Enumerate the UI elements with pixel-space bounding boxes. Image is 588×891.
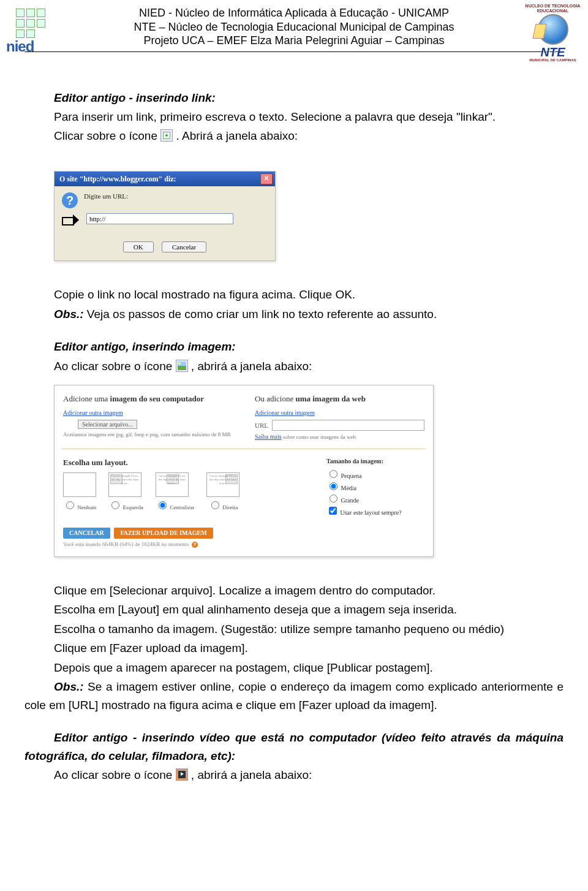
obs-text: Veja os passos de como criar um link no … — [84, 308, 437, 320]
after2-p1: Clique em [Selecionar arquivo]. Localize… — [24, 582, 564, 599]
layout-thumb-center: I never thought I'd see the day when the… — [156, 472, 189, 497]
section3-p1: Ao clicar sobre o ícone , abrirá a janel… — [24, 766, 564, 784]
image-url-input[interactable] — [272, 420, 424, 431]
add-another-image-link[interactable]: Adicionar outra imagem — [63, 409, 123, 416]
nte-logo-word: NTE — [524, 46, 582, 58]
url-input[interactable] — [86, 213, 233, 224]
size-small[interactable]: Pequena — [326, 468, 424, 479]
info-icon: ? — [192, 542, 198, 548]
section2-p1: Ao clicar sobre o ícone , abrirá a janel… — [24, 357, 564, 375]
url-prompt-dialog: O site "http://www.blogger.com" diz: × ?… — [54, 171, 276, 261]
arrow-right-icon — [62, 214, 80, 226]
obs-label: Obs.: — [54, 308, 84, 320]
size-radio-medium[interactable] — [330, 482, 337, 490]
nte-logo: NUCLEO DE TECNOLOGIA EDUCACIONAL NTE MUN… — [524, 4, 582, 62]
after2-p2: Escolha em [Layout] em qual alinhamento … — [24, 601, 564, 618]
accepted-formats-note: Aceitamos imagens em jpg, gif, bmp e png… — [63, 431, 233, 438]
always-use-layout-checkbox[interactable] — [329, 507, 337, 515]
after1-obs: Obs.: Veja os passos de como criar um li… — [24, 305, 564, 323]
question-icon: ? — [62, 192, 78, 208]
image-toolbar-icon — [176, 360, 188, 372]
upload-from-web: Ou adicione uma imagem da web Adicionar … — [255, 394, 424, 440]
cancel-button[interactable]: Cancelar — [162, 241, 206, 252]
after2-p3: Escolha o tamanho da imagem. (Sugestão: … — [24, 620, 564, 638]
section-title-link: Editor antigo - inserindo link: — [24, 89, 564, 107]
layout-none[interactable]: Nenhum — [63, 472, 96, 510]
size-medium[interactable]: Média — [326, 480, 424, 491]
after2-obs: Obs.: Se a imagem estiver online, copie … — [24, 678, 564, 714]
nte-logo-sub: MUNICIPAL DE CAMPINAS — [524, 58, 582, 62]
layout-radio-center[interactable] — [159, 501, 167, 509]
nied-logo-squares — [16, 9, 55, 38]
always-use-layout[interactable]: Usar este layout sempre? — [326, 505, 424, 517]
text: , abrirá a janela abaixo: — [191, 768, 312, 781]
size-radio-large[interactable] — [330, 495, 337, 502]
text: . Abrirá a janela abaixo: — [176, 129, 298, 142]
obs-text: Se a imagem estiver online, copie o ende… — [24, 680, 564, 711]
page: nied NIED - Núcleo de Informática Aplica… — [0, 0, 588, 891]
layout-thumb-none — [63, 472, 96, 497]
after1-p1: Copie o link no local mostrado na figura… — [24, 286, 564, 303]
layout-right[interactable]: I never thought I'd see the day when the… — [206, 472, 239, 510]
after2-p5: Depois que a imagem aparecer na postagem… — [24, 659, 564, 677]
layout-center[interactable]: I never thought I'd see the day when the… — [156, 472, 194, 510]
page-header: nied NIED - Núcleo de Informática Aplica… — [24, 6, 564, 52]
dialog-prompt: Digite um URL: — [84, 192, 128, 200]
layout-heading: Escolha um layout. — [63, 458, 306, 468]
heading-computer: Adicione uma imagem do seu computador — [63, 394, 233, 404]
document-body: Editor antigo - inserindo link: Para ins… — [24, 89, 564, 784]
obs-label: Obs.: — [54, 680, 84, 693]
text: Ao clicar sobre o ícone — [54, 768, 176, 781]
size-radio-small[interactable] — [330, 470, 337, 478]
select-file-button[interactable]: Selecionar arquivo... — [78, 420, 137, 429]
layout-left[interactable]: I never thought I'd see the day when the… — [108, 472, 143, 510]
upload-image-button[interactable]: FAZER UPLOAD DE IMAGEM — [114, 528, 213, 539]
after2-p4: Clique em [Fazer upload da imagem]. — [24, 639, 564, 657]
section-title-image: Editor antigo, inserindo imagem: — [24, 338, 564, 355]
header-line-3: Projeto UCA – EMEF Elza Maria Pelegrini … — [92, 34, 496, 48]
section-title-video: Editor antigo - inserindo vídeo que está… — [24, 729, 564, 765]
learn-more-row: Saiba mais sobre como usar imagens da we… — [255, 433, 424, 440]
dialog-titlebar: O site "http://www.blogger.com" diz: × — [55, 172, 275, 186]
video-toolbar-icon — [176, 768, 188, 781]
header-line-2: NTE – Núcleo de Tecnologia Educacional M… — [92, 20, 496, 34]
cancel-upload-button[interactable]: CANCELAR — [63, 528, 110, 539]
add-another-web-image-link[interactable]: Adicionar outra imagem — [255, 409, 315, 416]
header-text: NIED - Núcleo de Informática Aplicada à … — [24, 6, 564, 48]
nte-logo-top: NUCLEO DE TECNOLOGIA EDUCACIONAL — [524, 4, 582, 13]
text: Ao clicar sobre o ícone — [54, 360, 176, 373]
layout-thumb-right: I never thought I'd see the day when the… — [206, 472, 239, 497]
section1-p1: Para inserir um link, primeiro escreva o… — [24, 108, 564, 126]
layout-radio-left[interactable] — [111, 501, 119, 509]
learn-more-link[interactable]: Saiba mais — [255, 433, 282, 440]
section1-p2: Clicar sobre o ícone . Abrirá a janela a… — [24, 127, 564, 145]
layout-options: Nenhum I never thought I'd see the day w… — [63, 472, 306, 510]
nied-logo: nied — [6, 6, 64, 54]
close-icon[interactable]: × — [260, 173, 273, 184]
heading-web: Ou adicione uma imagem da web — [255, 394, 424, 404]
header-line-1: NIED - Núcleo de Informática Aplicada à … — [92, 6, 496, 20]
text: , abrirá a janela abaixo: — [191, 360, 312, 373]
layout-thumb-left: I never thought I'd see the day when the… — [108, 472, 141, 497]
ok-button[interactable]: OK — [123, 241, 154, 252]
size-heading: Tamanho da imagem: — [326, 458, 424, 464]
quota-text: Você está usando 664KB (64%) de 1024KB n… — [63, 541, 424, 548]
nied-logo-text: nied — [6, 39, 64, 54]
dialog-title: O site "http://www.blogger.com" diz: — [59, 173, 176, 185]
image-upload-dialog: Adicione uma imagem do seu computador Ad… — [54, 385, 434, 557]
layout-radio-right[interactable] — [211, 501, 219, 509]
url-label: URL — [255, 422, 268, 429]
image-size-group: Tamanho da imagem: Pequena Média Grande … — [326, 458, 424, 518]
size-large[interactable]: Grande — [326, 493, 424, 504]
upload-from-computer: Adicione uma imagem do seu computador Ad… — [63, 394, 233, 440]
link-toolbar-icon — [160, 129, 173, 142]
globe-icon — [538, 14, 568, 45]
text: Clicar sobre o ícone — [54, 129, 160, 142]
layout-radio-none[interactable] — [66, 501, 74, 509]
